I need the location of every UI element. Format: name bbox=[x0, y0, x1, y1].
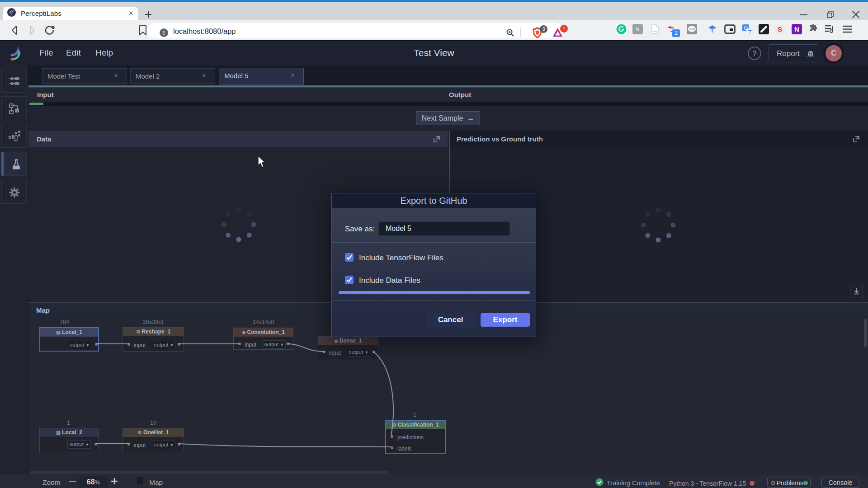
svg-text:S: S bbox=[778, 25, 782, 33]
svg-text:文: 文 bbox=[748, 29, 752, 34]
